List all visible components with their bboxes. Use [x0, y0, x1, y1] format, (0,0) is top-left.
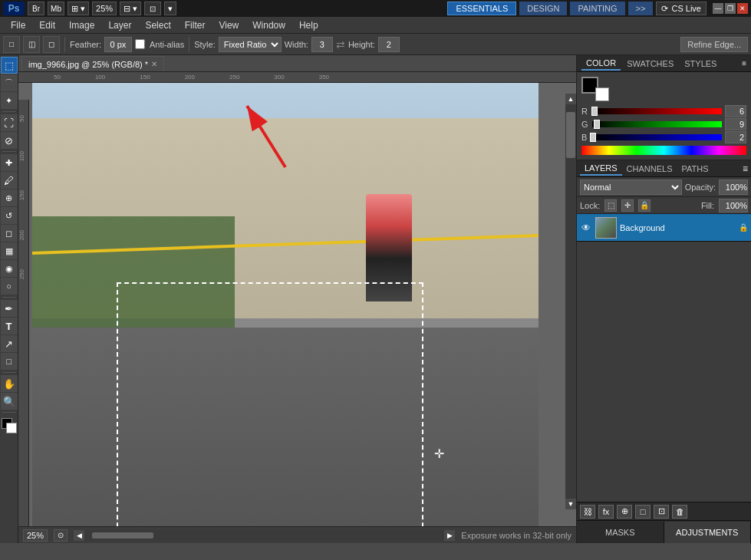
maximize-button[interactable]: ❐	[725, 3, 736, 14]
menu-image[interactable]: Image	[63, 18, 100, 32]
doc-info[interactable]: ⊙	[54, 529, 68, 542]
tool-eyedropper[interactable]: ⊘	[1, 132, 18, 149]
marquee-ellipse-tool[interactable]: ◫	[23, 36, 40, 53]
minimize-button[interactable]: —	[713, 3, 723, 14]
menu-file[interactable]: File	[5, 18, 31, 32]
layers-panel-menu[interactable]: ≡	[743, 163, 748, 174]
marquee-rect-tool[interactable]: □	[3, 36, 20, 53]
antialias-checkbox[interactable]	[135, 39, 145, 49]
nav-design[interactable]: DESIGN	[519, 2, 567, 15]
tool-eraser[interactable]: ◻	[1, 225, 18, 242]
tool-shape[interactable]: □	[1, 353, 18, 370]
tool-marquee[interactable]: ⬚	[1, 57, 18, 74]
opacity-input[interactable]	[719, 180, 748, 195]
zoom-display[interactable]: 25%	[23, 529, 48, 542]
blue-value[interactable]	[725, 131, 746, 143]
scroll-left-arrow[interactable]: ◀	[74, 530, 84, 541]
tool-history-brush[interactable]: ↺	[1, 207, 18, 224]
scroll-thumb-v[interactable]	[566, 112, 575, 158]
tool-clone[interactable]: ⊕	[1, 189, 18, 206]
green-value[interactable]	[725, 118, 746, 130]
green-slider[interactable]	[592, 121, 722, 127]
swap-wh-icon[interactable]: ⇄	[336, 38, 345, 51]
tab-close-icon[interactable]: ✕	[151, 60, 157, 68]
feather-input[interactable]	[104, 37, 132, 52]
scroll-down-arrow[interactable]: ▼	[565, 499, 576, 509]
tool-zoom[interactable]: 🔍	[1, 393, 18, 410]
link-layers-btn[interactable]: ⛓	[580, 505, 595, 519]
menu-window[interactable]: Window	[246, 18, 292, 32]
scroll-up-arrow[interactable]: ▲	[565, 94, 576, 104]
style-select[interactable]: Fixed Ratio Normal Fixed Size	[219, 37, 282, 52]
tab-paths[interactable]: PATHS	[677, 163, 713, 175]
tool-type[interactable]: T	[1, 318, 18, 334]
scroll-right-arrow[interactable]: ▶	[444, 530, 455, 541]
menu-filter[interactable]: Filter	[179, 18, 212, 32]
fill-input[interactable]	[719, 199, 748, 212]
scrollbar-vertical[interactable]: ▲ ▼	[565, 94, 576, 509]
menu-edit[interactable]: Edit	[33, 18, 61, 32]
tool-gradient[interactable]: ▦	[1, 242, 18, 259]
blend-mode-select[interactable]: Normal Multiply Screen	[580, 180, 682, 195]
blue-slider-handle[interactable]	[590, 133, 596, 142]
canvas-image[interactable]: ✛	[32, 83, 539, 526]
red-slider-handle[interactable]	[591, 107, 598, 116]
tool-hand[interactable]: ✋	[1, 375, 18, 392]
green-slider-handle[interactable]	[594, 120, 600, 129]
fx-btn[interactable]: fx	[598, 505, 614, 519]
tab-channels[interactable]: CHANNELS	[622, 163, 677, 175]
close-button[interactable]: ✕	[737, 3, 748, 14]
color-panel-menu[interactable]: ≡	[742, 59, 746, 68]
scrollbar-horizontal[interactable]: ◀ ▶	[74, 530, 455, 541]
tab-color[interactable]: COLOR	[581, 57, 621, 71]
menu-help[interactable]: Help	[293, 18, 324, 32]
tool-healing[interactable]: ✚	[1, 154, 18, 171]
bridge-icon[interactable]: Br	[28, 2, 44, 15]
tool-blur[interactable]: ◉	[1, 260, 18, 277]
tab-styles[interactable]: STYLES	[680, 58, 721, 70]
tool-crop[interactable]: ⛶	[1, 114, 18, 131]
tool-magic-wand[interactable]: ✦	[1, 92, 18, 109]
lock-position-icon[interactable]: ✛	[621, 199, 634, 212]
delete-layer-btn[interactable]: 🗑	[672, 505, 687, 519]
arrangement-dropdown[interactable]: ⊞ ▾	[68, 2, 89, 15]
nav-more[interactable]: >>	[628, 2, 654, 15]
menu-select[interactable]: Select	[139, 18, 176, 32]
cs-live-btn[interactable]: ⟳ CS Live	[656, 2, 707, 15]
zoom-dropdown[interactable]: 25%	[92, 2, 117, 15]
red-value[interactable]	[725, 105, 746, 117]
nav-essentials[interactable]: ESSENTIALS	[447, 2, 516, 15]
lock-all-icon[interactable]: 🔒	[638, 199, 651, 212]
menu-layer[interactable]: Layer	[102, 18, 137, 32]
layer-row-background[interactable]: 👁 Background 🔒	[577, 214, 751, 242]
tool-lasso[interactable]: ⌒	[1, 74, 18, 91]
nav-painting[interactable]: PAINTING	[570, 2, 624, 15]
lock-pixels-icon[interactable]: ⬚	[604, 199, 617, 212]
canvas-wrapper[interactable]: 50 100 150 200 250	[18, 83, 576, 526]
tool-pen[interactable]: ✒	[1, 300, 18, 317]
tool-path-select[interactable]: ↗	[1, 335, 18, 352]
new-layer-btn[interactable]: ⊡	[654, 505, 669, 519]
screen-icon[interactable]: ⊡	[144, 2, 161, 15]
height-input[interactable]	[378, 37, 400, 52]
tab-swatches[interactable]: SWATCHES	[622, 58, 678, 70]
layer-visibility-toggle[interactable]: 👁	[580, 222, 592, 234]
canvas-tab[interactable]: img_9966.jpg @ 25% (RGB/8) * ✕	[21, 56, 164, 71]
new-group-btn[interactable]: □	[635, 505, 651, 519]
new-fill-btn[interactable]: ⊕	[617, 505, 632, 519]
color-spectrum[interactable]	[581, 146, 746, 155]
background-swatch[interactable]	[595, 87, 609, 101]
adjustments-tab[interactable]: ADJUSTMENTS	[664, 522, 752, 543]
view-dropdown[interactable]: ⊟ ▾	[120, 2, 141, 15]
extra-dropdown[interactable]: ▾	[164, 2, 176, 15]
masks-tab[interactable]: MASKS	[577, 522, 664, 543]
red-slider[interactable]	[592, 108, 722, 114]
scroll-thumb-h[interactable]	[92, 532, 153, 539]
mini-icon[interactable]: Mb	[48, 2, 64, 15]
blue-slider[interactable]	[592, 134, 722, 140]
menu-view[interactable]: View	[212, 18, 245, 32]
width-input[interactable]	[311, 37, 333, 52]
tab-layers[interactable]: LAYERS	[580, 162, 622, 176]
refine-edge-button[interactable]: Refine Edge...	[680, 37, 748, 52]
tool-dodge[interactable]: ○	[1, 278, 18, 295]
